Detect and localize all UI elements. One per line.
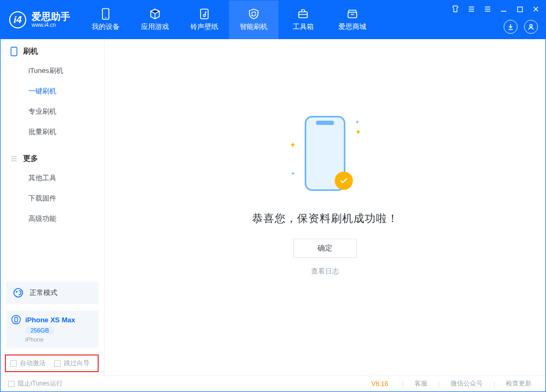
checkbox-auto-activate[interactable]: 自动激活 [10,359,46,368]
checkbox-label: 跳过向导 [64,359,90,368]
sidebar-item-pro-flash[interactable]: 专业刷机 [1,101,104,122]
store-icon [346,8,358,20]
toolbox-icon [297,8,309,20]
minimize-button[interactable] [498,4,509,14]
sparkle-icon: ✦ [355,128,361,136]
mode-label: 正常模式 [29,288,57,298]
checkbox-icon [54,360,61,367]
separator: | [438,380,440,388]
sync-shield-icon [248,8,260,20]
nav-tab-device[interactable]: 我的设备 [81,1,130,39]
mode-card[interactable]: 正常模式 [6,282,99,304]
sparkle-icon: ✦ [355,119,359,125]
view-log-link[interactable]: 查看日志 [311,267,339,276]
window-controls [450,4,541,14]
main-area: ✦ ✦ ✦ ✦ 恭喜您，保资料刷机成功啦！ 确定 查看日志 [105,39,545,375]
device-card[interactable]: iPhone XS Max 256GB iPhone [6,310,99,348]
checkbox-icon [8,381,14,387]
brand-url: www.i4.cn [32,22,70,28]
music-file-icon [199,8,210,20]
svg-point-3 [203,14,205,17]
nav-label: 智能刷机 [240,22,268,32]
nav-tabs: 我的设备 应用游戏 铃声壁纸 智能刷机 [81,1,377,39]
sidebar-item-advanced[interactable]: 高级功能 [1,209,104,229]
checkbox-skip-guide[interactable]: 跳过向导 [54,359,90,368]
nav-tab-store[interactable]: 爱思商城 [328,1,377,39]
svg-point-1 [105,17,106,18]
svg-rect-5 [348,12,357,18]
version-label: V8.16 [371,380,388,388]
body: 刷机 iTunes刷机 一键刷机 专业刷机 批量刷机 更多 其他工具 下载固件 … [1,39,545,375]
app-window: i4 爱思助手 www.i4.cn 我的设备 应用游戏 [0,0,546,392]
sidebar-group-flash: 刷机 [1,39,104,61]
cube-icon [149,8,161,20]
nav-tab-apps[interactable]: 应用游戏 [130,1,180,39]
nav-label: 工具箱 [293,22,314,32]
separator: | [493,380,495,388]
confirm-button[interactable]: 确定 [293,239,357,258]
download-button[interactable] [504,20,518,34]
checkbox-icon [10,360,17,367]
svg-rect-6 [518,7,522,12]
sidebar-group-title: 刷机 [23,47,38,56]
device-phone-icon [11,315,21,324]
titlebar: i4 爱思助手 www.i4.cn 我的设备 应用游戏 [1,1,545,39]
device-type: iPhone [25,336,93,343]
check-badge-icon [335,172,353,190]
nav-tab-toolbox[interactable]: 工具箱 [278,1,328,39]
status-link-support[interactable]: 客服 [408,379,434,388]
tshirt-icon[interactable] [450,4,461,14]
close-button[interactable] [530,4,541,14]
brand-name: 爱思助手 [32,12,70,23]
svg-rect-8 [11,47,17,56]
nav-tab-flash[interactable]: 智能刷机 [229,1,278,39]
separator: | [402,380,404,388]
titlebar-actions [504,20,538,34]
success-illustration: ✦ ✦ ✦ ✦ [293,106,357,197]
brand-text: 爱思助手 www.i4.cn [32,12,70,28]
sidebar-item-itunes-flash[interactable]: iTunes刷机 [1,61,104,81]
svg-point-10 [16,291,17,292]
sidebar-item-download-firmware[interactable]: 下载固件 [1,188,104,209]
phone-outline-icon [10,47,18,56]
device-icon [101,8,110,20]
checkbox-label: 自动激活 [20,359,46,368]
sparkle-icon: ✦ [291,171,295,176]
device-name: iPhone XS Max [25,316,75,324]
maximize-button[interactable] [514,4,525,14]
sidebar-group-more: 更多 [1,146,104,168]
nav-tab-ringtone[interactable]: 铃声壁纸 [180,1,229,39]
options-highlight-box: 自动激活 跳过向导 [5,354,99,372]
sidebar: 刷机 iTunes刷机 一键刷机 专业刷机 批量刷机 更多 其他工具 下载固件 … [1,39,105,375]
status-link-update[interactable]: 检查更新 [499,379,538,388]
mode-normal-icon [12,287,24,299]
svg-point-11 [12,315,20,324]
svg-rect-2 [201,9,208,19]
account-button[interactable] [524,20,538,34]
nav-label: 铃声壁纸 [190,22,218,32]
success-message: 恭喜您，保资料刷机成功啦！ [252,211,399,226]
sparkle-icon: ✦ [290,140,296,149]
device-storage-badge: 256GB [25,327,54,334]
status-link-wechat[interactable]: 微信公众号 [444,379,489,388]
nav-label: 我的设备 [92,22,120,32]
nav-label: 爱思商城 [338,22,366,32]
brand-logo-icon: i4 [9,11,26,28]
sidebar-item-other-tools[interactable]: 其他工具 [1,168,104,188]
nav-label: 应用游戏 [141,22,169,32]
sidebar-item-onekey-flash[interactable]: 一键刷机 [1,81,104,101]
more-lines-icon [10,155,18,162]
menu-list-icon[interactable] [466,4,477,14]
bars-icon[interactable] [482,4,493,14]
statusbar: 阻止iTunes运行 V8.16 | 客服 | 微信公众号 | 检查更新 [1,375,545,391]
checkbox-block-itunes[interactable]: 阻止iTunes运行 [8,379,63,388]
sidebar-group-title: 更多 [23,154,38,164]
brand-area: i4 爱思助手 www.i4.cn [1,1,81,39]
sidebar-item-batch-flash[interactable]: 批量刷机 [1,122,104,142]
svg-rect-12 [15,317,18,322]
checkbox-label: 阻止iTunes运行 [18,379,63,388]
svg-point-7 [530,25,533,27]
